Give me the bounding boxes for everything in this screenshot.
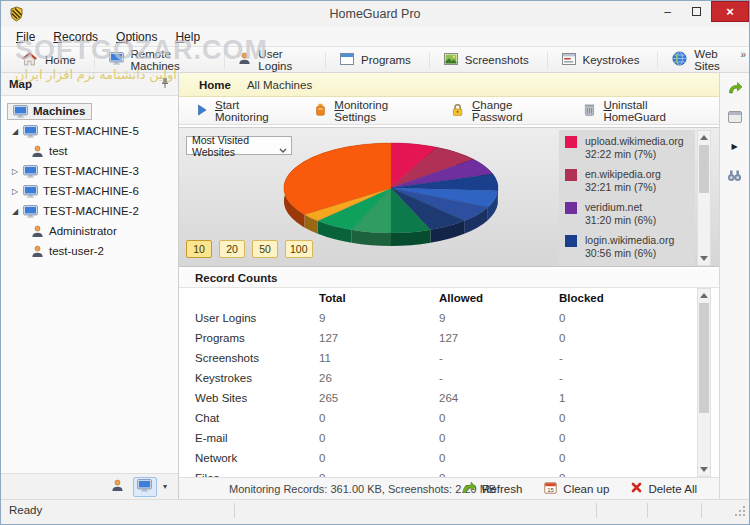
uninstall-homeguard-button[interactable]: Uninstall HomeGuard bbox=[576, 96, 719, 126]
clean-up-button[interactable]: 15Clean up bbox=[536, 479, 617, 498]
tree-root-machines[interactable]: Machines bbox=[1, 101, 178, 121]
close-button[interactable]: × bbox=[711, 1, 749, 22]
table-row: Screenshots11-- bbox=[179, 348, 695, 368]
machines-view-button[interactable] bbox=[133, 477, 157, 497]
menu-records[interactable]: Records bbox=[44, 28, 107, 46]
toolbar-button-label: User Logins bbox=[258, 48, 307, 72]
legend-time: 32:22 min (7%) bbox=[585, 148, 684, 161]
calendar-icon: 15 bbox=[544, 481, 557, 496]
legend-label: login.wikimedia.org30:56 min (6%) bbox=[585, 234, 674, 260]
tree-root-label: Machines bbox=[33, 105, 85, 117]
toolbar-separator bbox=[657, 52, 658, 68]
trash-icon bbox=[584, 103, 595, 118]
expand-arrow-icon[interactable]: ▶ bbox=[725, 137, 745, 155]
toolbar-overflow-chevron[interactable]: » bbox=[740, 49, 746, 60]
row-blocked: - bbox=[559, 372, 679, 384]
scroll-down-icon[interactable] bbox=[698, 463, 710, 476]
start-monitoring-button[interactable]: Start Monitoring bbox=[189, 96, 303, 126]
refresh-button[interactable]: Refresh bbox=[453, 479, 530, 498]
row-blocked: 0 bbox=[559, 312, 679, 324]
legend-time: 31:20 min (6%) bbox=[585, 214, 656, 227]
row-blocked: - bbox=[559, 352, 679, 364]
app-window: HomeGuard Pro – × FileRecordsOptionsHelp… bbox=[0, 0, 750, 525]
monitoring-settings-button[interactable]: Monitoring Settings bbox=[307, 96, 439, 126]
toolbar-web-sites-button[interactable]: Web Sites bbox=[662, 45, 749, 75]
limit-100-button[interactable]: 100 bbox=[285, 240, 313, 258]
table-scrollbar[interactable] bbox=[697, 288, 711, 477]
chart-dropdown-value: Most Visited Websites bbox=[192, 134, 291, 158]
limit-50-button[interactable]: 50 bbox=[252, 240, 278, 258]
legend-swatch bbox=[565, 202, 577, 214]
users-view-button[interactable] bbox=[106, 477, 130, 497]
toolbar-screenshots-button[interactable]: Screenshots bbox=[434, 50, 543, 70]
tab-home[interactable]: Home bbox=[199, 79, 231, 91]
expanded-arrow-icon[interactable]: ◢ bbox=[9, 207, 21, 216]
toolbar-button-label: Web Sites bbox=[694, 48, 735, 72]
table-scroll-thumb[interactable] bbox=[699, 303, 709, 413]
chevron-down-icon bbox=[279, 143, 287, 155]
change-password-button[interactable]: Change Password bbox=[443, 96, 572, 126]
menu-file[interactable]: File bbox=[7, 28, 44, 46]
tree-item-machine[interactable]: ◢TEST-MACHINE-5 bbox=[1, 121, 178, 141]
tree-item-machine[interactable]: ▷TEST-MACHINE-6 bbox=[1, 181, 178, 201]
delete-all-button[interactable]: Delete All bbox=[623, 480, 705, 497]
tree-item-machine[interactable]: ◢TEST-MACHINE-2 bbox=[1, 201, 178, 221]
tree-root-selection: Machines bbox=[7, 103, 92, 120]
legend-scrollbar[interactable] bbox=[697, 130, 711, 266]
refresh-icon[interactable] bbox=[725, 79, 745, 97]
programs-icon bbox=[340, 53, 354, 67]
tree-item-user[interactable]: test bbox=[1, 141, 178, 161]
scroll-up-icon[interactable] bbox=[698, 131, 710, 144]
row-allowed: 9 bbox=[439, 312, 559, 324]
collapsed-arrow-icon[interactable]: ▷ bbox=[9, 187, 21, 196]
maximize-button[interactable] bbox=[682, 1, 711, 22]
scroll-up-icon[interactable] bbox=[698, 289, 710, 302]
resize-grip[interactable] bbox=[734, 505, 746, 517]
legend-item: upload.wikimedia.org32:22 min (7%) bbox=[565, 135, 695, 161]
tree-item-user[interactable]: test-user-2 bbox=[1, 241, 178, 261]
toolbar-user-logins-button[interactable]: User Logins bbox=[228, 45, 321, 75]
main-toolbar: » HomeRemote MachinesUser LoginsPrograms… bbox=[1, 47, 749, 73]
view-dropdown-caret[interactable]: ▾ bbox=[160, 482, 170, 491]
machine-icon bbox=[23, 165, 38, 178]
binoculars-icon[interactable] bbox=[725, 166, 745, 184]
legend-scroll-thumb[interactable] bbox=[699, 145, 709, 193]
row-allowed: 264 bbox=[439, 392, 559, 404]
table-row: Chat000 bbox=[179, 408, 695, 428]
menu-help[interactable]: Help bbox=[166, 28, 209, 46]
record-counts-table: TotalAllowedBlockedUser Logins990Program… bbox=[179, 288, 695, 477]
action-button-label: Monitoring Settings bbox=[334, 99, 427, 123]
expanded-arrow-icon[interactable]: ◢ bbox=[9, 127, 21, 136]
settings-icon bbox=[315, 103, 326, 118]
tree-user-label: Administrator bbox=[49, 225, 117, 237]
row-blocked: 0 bbox=[559, 412, 679, 424]
pin-icon[interactable] bbox=[160, 77, 170, 91]
machine-icon bbox=[23, 185, 38, 198]
row-name: Keystrokes bbox=[179, 372, 319, 384]
toolbar-home-button[interactable]: Home bbox=[11, 48, 90, 71]
lock-icon bbox=[451, 103, 464, 118]
toolbar-keystrokes-button[interactable]: Keystrokes bbox=[552, 50, 654, 70]
bottom-button-label: Delete All bbox=[648, 483, 697, 495]
row-total: 265 bbox=[319, 392, 439, 404]
window-title: HomeGuard Pro bbox=[1, 7, 749, 21]
scroll-down-icon[interactable] bbox=[698, 252, 710, 265]
map-panel-header: Map bbox=[1, 73, 178, 96]
toolbar-remote-machines-button[interactable]: Remote Machines bbox=[99, 45, 220, 75]
tree-item-machine[interactable]: ▷TEST-MACHINE-3 bbox=[1, 161, 178, 181]
tab-all-machines[interactable]: All Machines bbox=[247, 79, 312, 91]
limit-10-button[interactable]: 10 bbox=[186, 240, 212, 258]
table-header-blocked: Blocked bbox=[559, 292, 679, 304]
sidebar-bottom-toolbar: ▾ bbox=[1, 473, 178, 499]
chart-type-dropdown[interactable]: Most Visited Websites bbox=[186, 136, 292, 155]
collapsed-arrow-icon[interactable]: ▷ bbox=[9, 167, 21, 176]
limit-20-button[interactable]: 20 bbox=[219, 240, 245, 258]
toolbar-button-label: Programs bbox=[361, 54, 411, 66]
tree-item-user[interactable]: Administrator bbox=[1, 221, 178, 241]
menu-options[interactable]: Options bbox=[107, 28, 166, 46]
panel-icon[interactable] bbox=[725, 108, 745, 126]
minimize-button[interactable]: – bbox=[653, 1, 682, 22]
toolbar-programs-button[interactable]: Programs bbox=[330, 50, 425, 70]
title-bar: HomeGuard Pro – × bbox=[1, 1, 749, 27]
action-button-label: Change Password bbox=[472, 99, 560, 123]
